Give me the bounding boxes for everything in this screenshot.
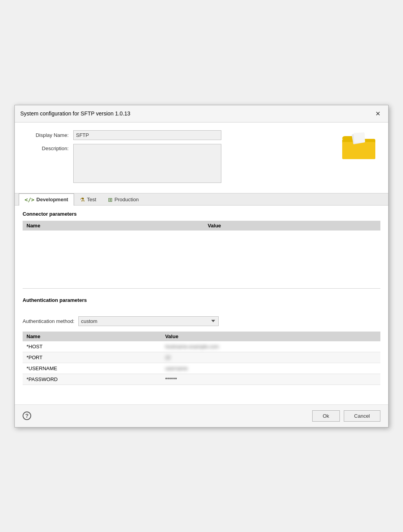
dialog-footer: ? Ok Cancel xyxy=(15,404,388,427)
auth-row-port-value[interactable]: 22 xyxy=(161,352,380,363)
connector-params-title: Connector parameters xyxy=(23,211,380,217)
auth-params-section: Authentication parameters xyxy=(15,292,388,311)
auth-col-name: Name xyxy=(23,332,161,341)
tabs-bar: </> Development ⚗ Test ⊞ Production xyxy=(15,193,388,206)
tab-test-label: Test xyxy=(87,197,96,202)
tab-test[interactable]: ⚗ Test xyxy=(74,193,102,206)
connector-params-table: Name Value xyxy=(23,221,380,281)
form-fields: Display Name: Description: xyxy=(27,130,318,187)
auth-params-table-section: Name Value *HOST hostname.example.com *P… xyxy=(15,332,388,389)
table-row: *PORT 22 xyxy=(23,352,380,363)
form-area: Display Name: Description: xyxy=(15,122,388,193)
connector-col-name: Name xyxy=(23,221,204,231)
system-config-dialog: System configuration for SFTP version 1.… xyxy=(14,105,389,427)
auth-col-value: Value xyxy=(161,332,380,341)
auth-row-port-name: *PORT xyxy=(23,352,161,363)
tab-production-label: Production xyxy=(115,197,139,202)
footer-buttons: Ok Cancel xyxy=(312,410,380,422)
svg-rect-1 xyxy=(342,142,375,159)
table-row: *PASSWORD ****** xyxy=(23,374,380,385)
description-label: Description: xyxy=(27,144,73,151)
description-input[interactable] xyxy=(73,144,221,183)
section-divider xyxy=(23,288,380,289)
auth-row-username-value[interactable]: username xyxy=(161,363,380,374)
test-tab-icon: ⚗ xyxy=(80,197,85,203)
auth-method-label: Authentication method: xyxy=(23,318,74,324)
connector-empty-row xyxy=(23,231,380,281)
description-row: Description: xyxy=(27,144,318,183)
folder-icon-area xyxy=(341,130,376,161)
auth-row-password-value[interactable]: ****** xyxy=(161,374,380,385)
auth-params-table: Name Value *HOST hostname.example.com *P… xyxy=(23,332,380,385)
display-name-row: Display Name: xyxy=(27,130,318,140)
bottom-spacer xyxy=(15,389,388,404)
auth-params-title: Authentication parameters xyxy=(23,297,380,303)
tab-production[interactable]: ⊞ Production xyxy=(102,193,145,206)
tab-development-label: Development xyxy=(36,197,68,202)
cancel-button[interactable]: Cancel xyxy=(344,410,380,422)
svg-rect-3 xyxy=(354,132,365,143)
production-tab-icon: ⊞ xyxy=(108,197,113,203)
auth-method-select-wrapper: custom basic oauth2 xyxy=(78,316,219,326)
display-name-input[interactable] xyxy=(73,130,221,140)
table-row: *HOST hostname.example.com xyxy=(23,341,380,352)
display-name-label: Display Name: xyxy=(27,132,73,138)
tab-development[interactable]: </> Development xyxy=(19,193,74,206)
auth-row-host-value[interactable]: hostname.example.com xyxy=(161,341,380,352)
auth-row-host-name: *HOST xyxy=(23,341,161,352)
ok-button[interactable]: Ok xyxy=(312,410,340,422)
auth-method-row: Authentication method: custom basic oaut… xyxy=(23,316,380,326)
help-icon-label: ? xyxy=(25,413,29,419)
help-button[interactable]: ? xyxy=(23,411,31,420)
auth-row-username-name: *USERNAME xyxy=(23,363,161,374)
dialog-title: System configuration for SFTP version 1.… xyxy=(20,110,130,117)
connector-col-value: Value xyxy=(204,221,380,231)
auth-method-select[interactable]: custom basic oauth2 xyxy=(78,316,219,326)
auth-row-password-name: *PASSWORD xyxy=(23,374,161,385)
table-row: *USERNAME username xyxy=(23,363,380,374)
close-button[interactable]: ✕ xyxy=(373,109,383,118)
connector-params-section: Connector parameters Name Value xyxy=(15,206,388,285)
title-bar: System configuration for SFTP version 1.… xyxy=(15,105,388,122)
folder-icon xyxy=(341,130,376,161)
development-tab-icon: </> xyxy=(25,197,34,203)
